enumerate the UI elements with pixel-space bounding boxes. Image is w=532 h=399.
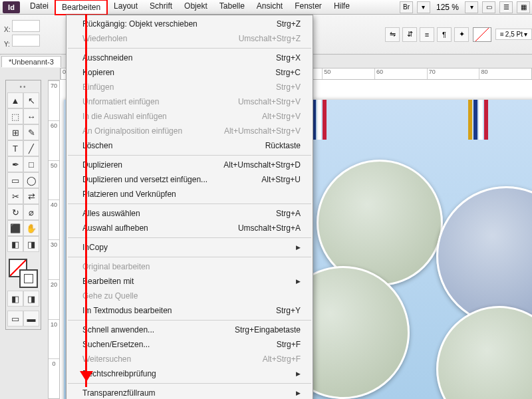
menu-item-label: Kopieren	[82, 68, 114, 77]
preview-mode-icon[interactable]: ▬	[23, 311, 39, 327]
bridge-icon[interactable]: Br	[400, 1, 413, 13]
view-mode-icon[interactable]: ▭	[7, 311, 23, 327]
apply-stroke-icon[interactable]: ◨	[23, 291, 39, 307]
menu-item: Unformatiert einfügenUmschalt+Strg+V	[66, 94, 313, 109]
menu-item-label: Schnell anwenden...	[82, 325, 154, 334]
tool-button[interactable]: ↖	[23, 92, 39, 108]
menu-schrift[interactable]: Schrift	[144, 0, 178, 15]
menu-item[interactable]: Transparenzfüllraum▶	[66, 386, 313, 399]
menu-layout[interactable]: Layout	[108, 0, 144, 15]
toolbox-grip[interactable]: ••	[7, 83, 39, 90]
menu-fenster[interactable]: Fenster	[289, 0, 328, 15]
tool-button[interactable]: ▲	[7, 92, 23, 108]
flip-v-icon[interactable]: ⇵	[402, 27, 417, 42]
tool-button[interactable]: ✒	[7, 156, 23, 172]
tool-button[interactable]: ▭	[7, 172, 23, 188]
tool-button[interactable]: ✋	[23, 220, 39, 236]
menu-item-label: In die Auswahl einfügen	[82, 112, 167, 121]
menu-item-shortcut: Strg+X	[276, 53, 301, 63]
menu-item-shortcut: Rücktaste	[265, 141, 301, 150]
menu-item-label: Alles auswählen	[82, 209, 140, 218]
tool-button[interactable]: ⬛	[7, 220, 23, 236]
y-field[interactable]	[12, 35, 40, 47]
menu-item-shortcut: Alt+Strg+F	[263, 354, 301, 364]
submenu-arrow-icon: ▶	[296, 278, 301, 285]
menu-item[interactable]: Rückgängig: Objekt verschiebenStrg+Z	[66, 17, 313, 31]
edit-menu: Rückgängig: Objekt verschiebenStrg+ZWied…	[66, 15, 313, 399]
tool-button[interactable]: ◯	[23, 172, 39, 188]
menu-item[interactable]: Schnell anwenden...Strg+Eingabetaste	[66, 323, 313, 337]
document-tab[interactable]: *Unbenannt-3	[1, 56, 61, 67]
view-options-icon[interactable]: ☰	[499, 1, 513, 13]
menu-item: Original bearbeiten	[66, 259, 313, 274]
align-icon[interactable]: ≡	[420, 27, 434, 42]
window-arrange-icon[interactable]: ▾	[417, 1, 430, 13]
menu-item-shortcut: Umschalt+Strg+V	[238, 97, 301, 106]
tool-button[interactable]: ◨	[23, 236, 39, 252]
tool-button[interactable]: ✂	[7, 188, 23, 204]
menu-item: Gehe zu Quelle	[66, 289, 313, 303]
tool-button[interactable]: ⬚	[7, 108, 23, 124]
menu-item[interactable]: Alles auswählenStrg+A	[66, 206, 313, 221]
menu-item[interactable]: Suchen/Ersetzen...Strg+F	[66, 337, 313, 352]
tool-button[interactable]: ↔	[23, 108, 39, 124]
effects-icon[interactable]: ✦	[454, 27, 469, 42]
vertical-ruler: 706050403020100	[48, 80, 60, 399]
menu-item[interactable]: Duplizieren und versetzt einfügen...Alt+…	[66, 172, 313, 187]
tool-button[interactable]: ⌀	[23, 204, 39, 220]
flip-h-icon[interactable]: ⇋	[385, 27, 400, 42]
menu-item-label: Duplizieren und versetzt einfügen...	[82, 175, 207, 184]
para-icon[interactable]: ¶	[437, 27, 452, 42]
menu-item: EinfügenStrg+V	[66, 80, 313, 94]
tool-button[interactable]: T	[7, 140, 23, 156]
menu-item: In die Auswahl einfügenAlt+Strg+V	[66, 109, 313, 124]
x-field[interactable]	[12, 20, 40, 32]
tool-button[interactable]: ↻	[7, 204, 23, 220]
tool-button[interactable]: ⇄	[23, 188, 39, 204]
menu-item-shortcut: Umschalt+Strg+A	[238, 223, 301, 233]
menu-item[interactable]: Bearbeiten mit▶	[66, 274, 313, 289]
fill-stroke-proxy[interactable]	[9, 259, 38, 288]
menu-item[interactable]: LöschenRücktaste	[66, 138, 313, 153]
tool-button[interactable]: ╱	[23, 140, 39, 156]
submenu-arrow-icon: ▶	[296, 390, 301, 396]
menu-item: WeitersuchenAlt+Strg+F	[66, 352, 313, 366]
menu-item-label: Einfügen	[82, 82, 114, 92]
menu-item[interactable]: AusschneidenStrg+X	[66, 51, 313, 65]
menu-item-label: Suchen/Ersetzen...	[82, 340, 150, 349]
menu-item[interactable]: Auswahl aufhebenUmschalt+Strg+A	[66, 221, 313, 235]
tool-button[interactable]: ✎	[23, 124, 39, 140]
menu-item-label: Bearbeiten mit	[82, 277, 134, 286]
apply-fill-icon[interactable]: ◧	[7, 291, 23, 307]
no-fill-swatch[interactable]	[473, 27, 491, 42]
zoom-dropdown-icon[interactable]: ▾	[465, 1, 478, 13]
menu-hilfe[interactable]: Hilfe	[328, 0, 356, 15]
menu-item[interactable]: DuplizierenAlt+Umschalt+Strg+D	[66, 158, 313, 172]
photo-circle[interactable]	[436, 306, 532, 399]
menu-ansicht[interactable]: Ansicht	[251, 0, 289, 15]
menu-item-label: Rechtschreibprüfung	[82, 369, 156, 378]
menu-tabelle[interactable]: Tabelle	[213, 0, 251, 15]
layout-icon[interactable]: ▦	[517, 1, 530, 13]
tool-button[interactable]: ⊞	[7, 124, 23, 140]
screen-mode-icon[interactable]: ▭	[482, 1, 495, 13]
menu-item[interactable]: InCopy▶	[66, 240, 313, 255]
menu-bearbeiten[interactable]: Bearbeiten	[55, 0, 108, 15]
menu-item[interactable]: KopierenStrg+C	[66, 65, 313, 80]
submenu-arrow-icon: ▶	[296, 370, 301, 377]
menu-item: An Originalposition einfügenAlt+Umschalt…	[66, 124, 313, 138]
menu-item[interactable]: Im Textmodus bearbeitenStrg+Y	[66, 303, 313, 318]
stroke-weight-field[interactable]: ≡ 2,5 Pt ▾	[495, 29, 532, 40]
menu-item-shortcut: Alt+Umschalt+Strg+V	[224, 126, 301, 136]
menu-item-label: Im Textmodus bearbeiten	[82, 306, 172, 315]
photo-circle[interactable]	[436, 186, 532, 326]
zoom-level[interactable]: 125 %	[432, 3, 463, 12]
menu-objekt[interactable]: Objekt	[178, 0, 213, 15]
menu-item[interactable]: Platzieren und Verknüpfen	[66, 187, 313, 201]
menu-datei[interactable]: Datei	[24, 0, 55, 15]
tool-button[interactable]: ◧	[7, 236, 23, 252]
tool-button[interactable]: □	[23, 156, 39, 172]
menu-item[interactable]: Rechtschreibprüfung▶	[66, 366, 313, 381]
menu-item: WiederholenUmschalt+Strg+Z	[66, 31, 313, 46]
menu-item-label: Duplizieren	[82, 160, 122, 170]
